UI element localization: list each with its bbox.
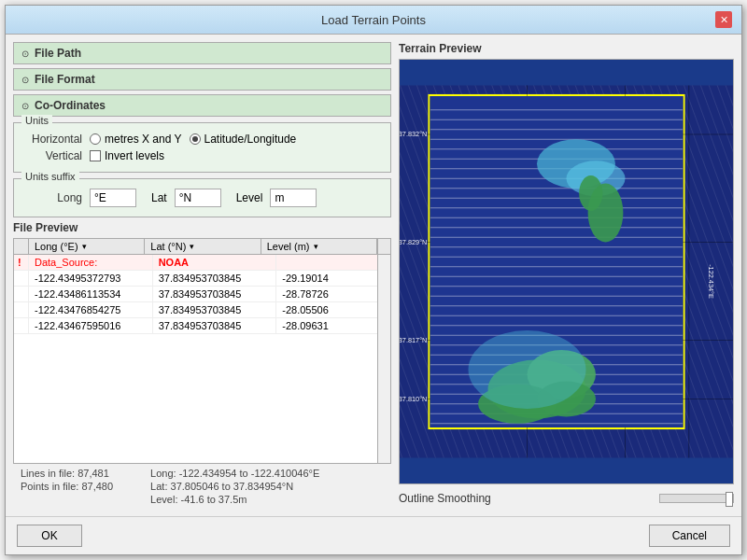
cancel-button[interactable]: Cancel — [649, 525, 730, 547]
col-header-lat-text: Lat (°N) — [150, 241, 186, 252]
row-icon — [14, 287, 29, 301]
terrain-map: 37.832°N 37.829°N 37.817°N 37.810°N -122… — [399, 59, 734, 484]
terrain-preview-title: Terrain Preview — [399, 42, 734, 55]
latlon-radio-label: Latitude/Longitude — [204, 133, 297, 146]
level-suffix-input[interactable] — [270, 189, 317, 207]
co-ordinates-arrow: ⊙ — [21, 101, 29, 111]
col-header-long-text: Long (°E) — [35, 241, 78, 252]
svg-text:37.829°N: 37.829°N — [400, 238, 427, 246]
cell-noaa: NOAA — [153, 255, 277, 270]
dialog-footer: OK Cancel — [6, 516, 741, 554]
col-sort-long[interactable]: ▾ — [82, 242, 87, 251]
co-ordinates-section[interactable]: ⊙ Co-Ordinates — [13, 94, 391, 117]
units-suffix-title: Units suffix — [21, 171, 79, 182]
cell-level-3: -28.05506 — [276, 302, 377, 317]
cell-long-1: -122.43495372793 — [29, 271, 153, 286]
file-format-section[interactable]: ⊙ File Format — [13, 68, 391, 91]
cell-level-4: -28.09631 — [276, 318, 377, 333]
points-stat: Points in file: 87,480 — [21, 481, 113, 492]
terrain-svg: 37.832°N 37.829°N 37.817°N 37.810°N -122… — [400, 60, 733, 483]
col-header-level: Level (m) ▾ — [261, 239, 377, 254]
dialog-title: Load Terrain Points — [32, 13, 715, 27]
col-header-long: Long (°E) ▾ — [29, 239, 145, 254]
file-preview-title: File Preview — [13, 221, 391, 234]
long-stat: Long: -122.434954 to -122.410046°E — [150, 468, 319, 479]
table-row: -122.43486113534 37.834953703845 -28.787… — [14, 287, 377, 302]
svg-text:-122.434°E: -122.434°E — [707, 264, 715, 299]
metres-radio-circle — [90, 133, 101, 145]
stats-right: Long: -122.434954 to -122.410046°E Lat: … — [150, 468, 319, 505]
smoothing-slider[interactable] — [659, 494, 734, 503]
cell-level-1: -29.19014 — [276, 271, 377, 286]
col-header-lat: Lat (°N) ▾ — [145, 239, 261, 254]
right-panel: Terrain Preview — [399, 42, 734, 509]
outline-smoothing: Outline Smoothing — [399, 488, 734, 509]
horizontal-row: Horizontal metres X and Y Latitude/Longi… — [21, 133, 383, 146]
long-suffix-label: Long — [21, 191, 82, 204]
suffix-row: Long Lat Level — [21, 189, 383, 207]
file-preview-table: Long (°E) ▾ Lat (°N) ▾ Level (m) ▾ — [13, 238, 391, 464]
col-header-level-text: Level (m) — [267, 241, 310, 252]
co-ordinates-label: Co-Ordinates — [35, 99, 106, 112]
table-header: Long (°E) ▾ Lat (°N) ▾ Level (m) ▾ — [14, 239, 390, 255]
main-content: ⊙ File Path ⊙ File Format ⊙ Co-Ordinates… — [6, 35, 741, 516]
horizontal-label: Horizontal — [21, 133, 82, 146]
table-row: ! Data_Source: NOAA — [14, 255, 377, 271]
title-bar: Load Terrain Points ✕ — [6, 6, 741, 35]
lat-suffix-input[interactable] — [175, 189, 221, 207]
level-stat: Level: -41.6 to 37.5m — [150, 494, 319, 505]
svg-point-55 — [469, 330, 586, 409]
ok-button[interactable]: OK — [17, 525, 82, 547]
cell-long-4: -122.43467595016 — [29, 318, 153, 333]
lat-stat: Lat: 37.805046 to 37.834954°N — [150, 481, 319, 492]
row-icon — [14, 302, 29, 317]
table-body-wrap: ! Data_Source: NOAA -122.43495372793 37.… — [14, 255, 390, 463]
load-terrain-dialog: Load Terrain Points ✕ ⊙ File Path ⊙ File… — [5, 5, 742, 555]
invert-checkbox-option[interactable]: Invert levels — [90, 149, 164, 162]
units-title: Units — [21, 115, 52, 126]
file-format-arrow: ⊙ — [21, 75, 29, 85]
cell-lat-2: 37.834953703845 — [153, 287, 277, 301]
cell-lat-3: 37.834953703845 — [153, 302, 277, 317]
metres-radio-label: metres X and Y — [105, 133, 182, 146]
cell-level-2: -28.78726 — [276, 287, 377, 301]
lat-suffix-label: Lat — [151, 191, 167, 204]
smoothing-label: Outline Smoothing — [399, 492, 652, 505]
table-row: -122.43495372793 37.834953703845 -29.190… — [14, 271, 377, 287]
cell-datasource: Data_Source: — [29, 255, 153, 270]
svg-point-50 — [579, 175, 602, 211]
lines-stat: Lines in file: 87,481 — [21, 468, 113, 479]
row-icon — [14, 318, 29, 333]
units-group: Units Horizontal metres X and Y Latitude… — [13, 122, 391, 173]
cell-long-3: -122.43476854275 — [29, 302, 153, 317]
svg-text:37.810°N: 37.810°N — [400, 395, 427, 403]
table-body[interactable]: ! Data_Source: NOAA -122.43495372793 37.… — [14, 255, 377, 463]
stats-left: Lines in file: 87,481 Points in file: 87… — [21, 468, 113, 505]
smoothing-thumb[interactable] — [726, 492, 733, 507]
long-suffix-input[interactable] — [90, 189, 136, 207]
file-path-label: File Path — [35, 47, 81, 60]
svg-text:37.817°N: 37.817°N — [400, 336, 427, 344]
cell-empty — [276, 255, 377, 270]
file-path-arrow: ⊙ — [21, 49, 29, 59]
metres-radio[interactable]: metres X and Y — [90, 133, 182, 146]
close-button[interactable]: ✕ — [715, 11, 732, 28]
col-sort-level[interactable]: ▾ — [314, 242, 318, 251]
table-scrollbar[interactable] — [377, 255, 390, 463]
row-icon — [14, 271, 29, 286]
cell-lat-4: 37.834953703845 — [153, 318, 277, 333]
file-path-section[interactable]: ⊙ File Path — [13, 42, 391, 64]
file-preview: File Preview Long (°E) ▾ Lat (°N) ▾ — [13, 221, 391, 509]
latlon-radio[interactable]: Latitude/Longitude — [190, 133, 297, 146]
error-icon: ! — [14, 255, 29, 270]
level-suffix-label: Level — [236, 191, 263, 204]
icon-col-header — [14, 239, 29, 254]
svg-text:37.832°N: 37.832°N — [400, 130, 427, 138]
table-row: -122.43467595016 37.834953703845 -28.096… — [14, 318, 377, 334]
invert-checkbox[interactable] — [90, 150, 101, 161]
scrollbar-header — [377, 239, 390, 254]
units-suffix-group: Units suffix Long Lat Level — [13, 178, 391, 217]
col-sort-lat[interactable]: ▾ — [190, 242, 194, 251]
file-format-label: File Format — [35, 73, 95, 86]
stats-bar: Lines in file: 87,481 Points in file: 87… — [13, 464, 391, 509]
